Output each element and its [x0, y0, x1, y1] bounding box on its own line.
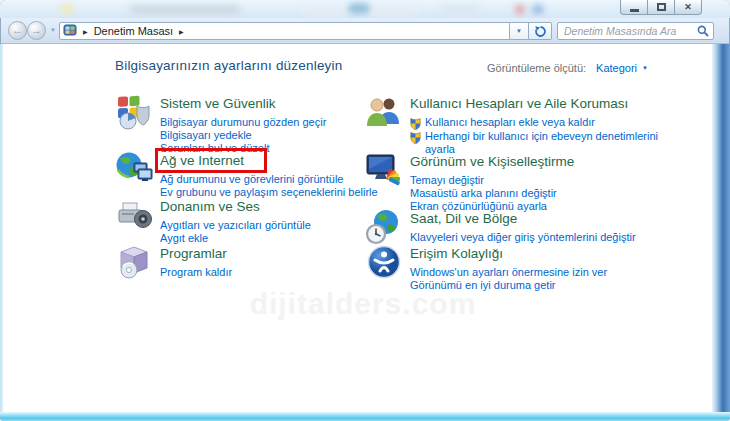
programs-icon[interactable] [115, 243, 153, 281]
back-arrow-icon: ← [12, 25, 23, 36]
view-by-label: Görüntüleme ölçütü: [487, 62, 586, 74]
hardware-sound-icon[interactable] [115, 196, 153, 234]
link-change-desktop-background[interactable]: Masaüstü arka planını değiştir [410, 187, 686, 200]
network-internet-icon[interactable] [115, 150, 153, 188]
maximize-icon [657, 3, 666, 11]
close-button[interactable]: ✕ [674, 0, 702, 15]
address-bar[interactable]: ▶ Denetim Masası ▶ [59, 22, 510, 40]
category-appearance: Görünüm ve Kişiselleştirme Temayı değişt… [365, 151, 686, 213]
control-panel-window: ✕ ← → ▼ ▶ Denetim Masası ▶ ▼ [0, 0, 730, 421]
view-by-dropdown[interactable]: Kategori ▼ [596, 62, 648, 74]
link-let-windows-suggest[interactable]: Windows'un ayarları önermesine izin ver [410, 266, 686, 279]
back-button[interactable]: ← [8, 21, 27, 40]
search-icon[interactable] [697, 25, 709, 37]
control-panel-icon [63, 24, 77, 38]
blurred-desktop-artifact [440, 4, 480, 14]
minimize-icon [630, 9, 639, 12]
category-title-user-accounts[interactable]: Kullanıcı Hesapları ve Aile Koruması [410, 96, 686, 111]
search-box [557, 22, 714, 40]
forward-arrow-icon: → [31, 25, 42, 36]
address-dropdown-button[interactable]: ▼ [510, 22, 529, 40]
maximize-button[interactable] [647, 0, 675, 15]
window-border-bottom [0, 412, 730, 421]
close-icon: ✕ [684, 3, 692, 12]
category-clock-language-region: Saat, Dil ve Bölge Klavyeleri veya diğer… [365, 208, 686, 246]
refresh-button[interactable] [529, 22, 552, 40]
blurred-desktop-artifact [130, 5, 240, 14]
category-title-appearance[interactable]: Görünüm ve Kişiselleştirme [410, 154, 686, 169]
refresh-icon [534, 25, 547, 38]
category-ease-of-access: Erişim Kolaylığı Windows'un ayarları öne… [365, 243, 686, 292]
blurred-desktop-artifact [532, 5, 544, 14]
navigation-toolbar: ← → ▼ ▶ Denetim Masası ▶ ▼ [1, 18, 729, 44]
blurred-desktop-artifact [348, 3, 370, 14]
link-optimize-visual-display[interactable]: Görünümü en iyi duruma getir [410, 279, 686, 292]
search-input[interactable] [562, 24, 697, 38]
breadcrumb-control-panel[interactable]: Denetim Masası [94, 25, 173, 37]
window-caption-buttons: ✕ [621, 0, 702, 16]
page-title: Bilgisayarınızın ayarlarını düzenleyin [115, 58, 342, 73]
link-add-remove-accounts[interactable]: Kullanıcı hesapları ekle veya kaldır [410, 116, 686, 130]
category-title-ease-of-access[interactable]: Erişim Kolaylığı [410, 246, 686, 261]
blurred-desktop-artifact [60, 4, 74, 14]
blurred-desktop-artifact [515, 5, 525, 14]
view-by-control: Görüntüleme ölçütü: Kategori ▼ [487, 62, 648, 74]
control-panel-home: dijitalders.com Bilgisayarınızın ayarlar… [3, 44, 712, 412]
window-border-right [712, 44, 730, 412]
minimize-button[interactable] [620, 0, 648, 15]
dropdown-arrow-icon: ▼ [516, 28, 522, 34]
forward-button[interactable]: → [27, 21, 46, 40]
user-accounts-icon[interactable] [365, 93, 403, 131]
category-user-accounts: Kullanıcı Hesapları ve Aile Koruması Kul… [365, 93, 686, 156]
appearance-personalization-icon[interactable] [365, 151, 403, 189]
system-security-icon[interactable] [115, 93, 153, 131]
uac-shield-icon [410, 117, 422, 130]
dropdown-arrow-icon: ▼ [642, 65, 648, 71]
ease-of-access-icon[interactable] [365, 243, 403, 281]
breadcrumb-arrow-icon[interactable]: ▶ [173, 28, 190, 35]
uac-shield-icon [410, 131, 422, 144]
link-change-theme[interactable]: Temayı değiştir [410, 174, 686, 187]
watermark: dijitalders.com [163, 287, 563, 321]
clock-language-region-icon[interactable] [365, 208, 403, 246]
category-title-clock-language-region[interactable]: Saat, Dil ve Bölge [410, 211, 686, 226]
recent-pages-chevron-icon[interactable]: ▼ [50, 27, 56, 33]
breadcrumb-arrow-icon[interactable]: ▶ [77, 28, 94, 35]
